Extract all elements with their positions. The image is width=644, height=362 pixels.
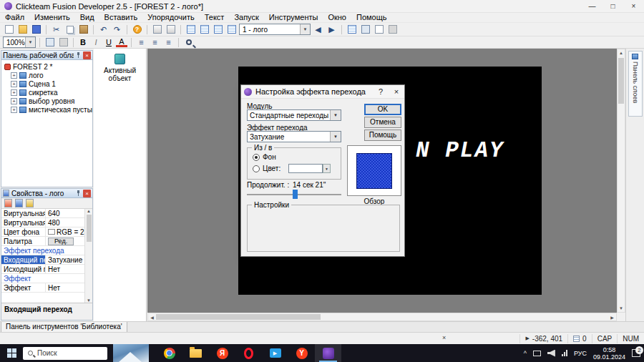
- taskbar-app-explorer[interactable]: [182, 344, 209, 362]
- properties-panel-header[interactable]: Свойства - лого ×: [1, 189, 92, 198]
- pin-icon[interactable]: [74, 190, 82, 197]
- zoom-combo[interactable]: 100% ▼: [3, 36, 36, 48]
- dropdown-arrow-icon[interactable]: ▼: [330, 132, 341, 142]
- underline-button[interactable]: U: [103, 37, 114, 48]
- menu-edit[interactable]: Изменить: [29, 13, 75, 22]
- menu-run[interactable]: Запуск: [229, 13, 263, 22]
- previous-frame-button[interactable]: ◀: [312, 24, 324, 35]
- menu-window[interactable]: Окно: [323, 13, 351, 22]
- effect-dropdown[interactable]: Затухание ▼: [247, 131, 341, 142]
- open-button[interactable]: [16, 24, 29, 35]
- tray-chevron-icon[interactable]: ^: [524, 350, 527, 357]
- property-row-background-color[interactable]: Цвет фона RGB = 25...: [1, 228, 84, 237]
- workspace-panel-header[interactable]: Панель рабочей области ×: [1, 51, 92, 60]
- storyboard-editor-button[interactable]: [185, 24, 197, 35]
- expander-icon[interactable]: +: [11, 81, 17, 87]
- properties-close-button[interactable]: ×: [83, 190, 91, 197]
- network-icon[interactable]: [562, 350, 567, 356]
- close-button[interactable]: ×: [623, 0, 644, 12]
- combo-arrow-icon[interactable]: ▼: [300, 24, 310, 34]
- redo-button[interactable]: ↷: [111, 24, 123, 35]
- taskbar-search[interactable]: Поиск: [23, 347, 107, 360]
- menu-view[interactable]: Вид: [75, 13, 99, 22]
- settings-tab-icon[interactable]: [4, 199, 12, 207]
- new-button[interactable]: [3, 24, 15, 35]
- weather-widget[interactable]: [113, 344, 149, 362]
- scroll-down-icon[interactable]: ▼: [619, 305, 623, 312]
- zoom-tool-button[interactable]: [182, 36, 195, 48]
- paste-button[interactable]: [77, 24, 89, 35]
- editor-horizontal-scrollbar[interactable]: ◀ ▶: [147, 313, 617, 321]
- runtime-tab-icon[interactable]: [26, 199, 34, 207]
- scroll-right-icon[interactable]: ▶: [608, 315, 616, 320]
- scroll-thumb[interactable]: [87, 215, 92, 242]
- property-row-fade-in[interactable]: Входящий перех Затухание: [1, 255, 84, 265]
- background-radio[interactable]: Фон: [253, 153, 276, 161]
- save-button[interactable]: [30, 24, 42, 35]
- dialog-titlebar[interactable]: Настройка эффекта перехода ? ×: [241, 85, 404, 99]
- grid-options-button[interactable]: [346, 24, 358, 35]
- property-row-palette[interactable]: Палитра Ред.: [1, 237, 84, 246]
- color-radio[interactable]: Цвет:: [253, 165, 280, 172]
- fill-tool-button[interactable]: [57, 36, 69, 48]
- pin-icon[interactable]: [74, 52, 82, 59]
- language-indicator[interactable]: РУС: [574, 350, 587, 357]
- active-object-item[interactable]: Активный объект: [94, 54, 146, 82]
- color-swatch[interactable]: [48, 229, 55, 235]
- undo-button[interactable]: ↶: [97, 24, 109, 35]
- expander-icon[interactable]: +: [11, 107, 17, 113]
- scroll-up-icon[interactable]: ▲: [619, 49, 623, 57]
- align-right-button[interactable]: ≡: [162, 36, 175, 48]
- taskbar-app-yandex[interactable]: Я: [209, 344, 235, 362]
- property-row-fade-out[interactable]: Исходящий перех Нет: [1, 265, 84, 274]
- editor-vertical-scrollbar[interactable]: ▲ ▼: [617, 49, 625, 313]
- taskbar-app-tv[interactable]: ▶: [262, 344, 288, 362]
- layers-panel-tab[interactable]: Панель слоев: [628, 51, 643, 117]
- maximize-button[interactable]: □: [602, 0, 623, 12]
- font-color-button[interactable]: A: [116, 38, 127, 47]
- help-button[interactable]: ?: [131, 24, 143, 35]
- next-frame-button[interactable]: ▶: [326, 24, 338, 35]
- volume-icon[interactable]: [547, 350, 555, 357]
- scroll-thumb[interactable]: [618, 58, 624, 104]
- combo-arrow-icon[interactable]: ▼: [25, 37, 35, 47]
- align-center-button[interactable]: ≡: [149, 36, 161, 48]
- color-dropdown-button[interactable]: ▼: [323, 164, 331, 173]
- copy-button[interactable]: [64, 24, 76, 35]
- tree-item-scene1[interactable]: + Сцена 1: [1, 79, 92, 88]
- dialog-help-button[interactable]: ?: [373, 85, 389, 98]
- menu-arrange[interactable]: Упорядочить: [142, 13, 199, 22]
- property-row-virtual-height[interactable]: Виртуальная выс 480: [1, 218, 84, 228]
- slider-thumb[interactable]: [293, 190, 298, 199]
- expander-icon[interactable]: +: [11, 72, 17, 79]
- pencil-tool-button[interactable]: [44, 36, 56, 48]
- ok-button[interactable]: OK: [364, 104, 401, 115]
- align-left-button[interactable]: ≡: [135, 36, 147, 48]
- monitor-tray-icon[interactable]: [533, 351, 541, 356]
- taskbar-app-y[interactable]: Y: [288, 344, 315, 362]
- property-row-virtual-width[interactable]: Виртуальная шир 640: [1, 209, 84, 218]
- edit-palette-button[interactable]: Ред.: [48, 238, 74, 245]
- dropdown-arrow-icon[interactable]: ▼: [330, 110, 341, 120]
- menu-text[interactable]: Текст: [200, 13, 230, 22]
- workspace-close-button[interactable]: ×: [83, 52, 91, 59]
- cut-button[interactable]: ✂: [50, 24, 62, 35]
- scroll-thumb[interactable]: [156, 314, 321, 320]
- start-button[interactable]: [0, 344, 23, 362]
- taskbar-app-fusion-active[interactable]: [315, 344, 341, 362]
- properties-scrollbar[interactable]: ▲ ▼: [84, 209, 92, 303]
- event-list-editor-button[interactable]: [225, 24, 238, 35]
- menu-tools[interactable]: Инструменты: [264, 13, 323, 22]
- page-setup-button[interactable]: [373, 24, 385, 35]
- frame-selector-combo[interactable]: 1 - лого ▼: [239, 24, 311, 35]
- taskbar-app-opera[interactable]: [235, 344, 262, 362]
- scroll-left-icon[interactable]: ◀: [148, 315, 156, 320]
- tree-item-mystic-desert[interactable]: + мистическая пустыня: [1, 105, 92, 114]
- library-toolbar-tab[interactable]: Панель инструментов 'Библиотека': [1, 322, 127, 333]
- run-application-button[interactable]: [151, 24, 163, 35]
- screen-setup-button[interactable]: [359, 24, 371, 35]
- tree-item-logo[interactable]: + лого: [1, 71, 92, 79]
- event-editor-button[interactable]: [212, 24, 224, 35]
- tree-item-level-select[interactable]: + выбор уровня: [1, 97, 92, 105]
- help-dialog-button[interactable]: Помощь: [364, 129, 401, 141]
